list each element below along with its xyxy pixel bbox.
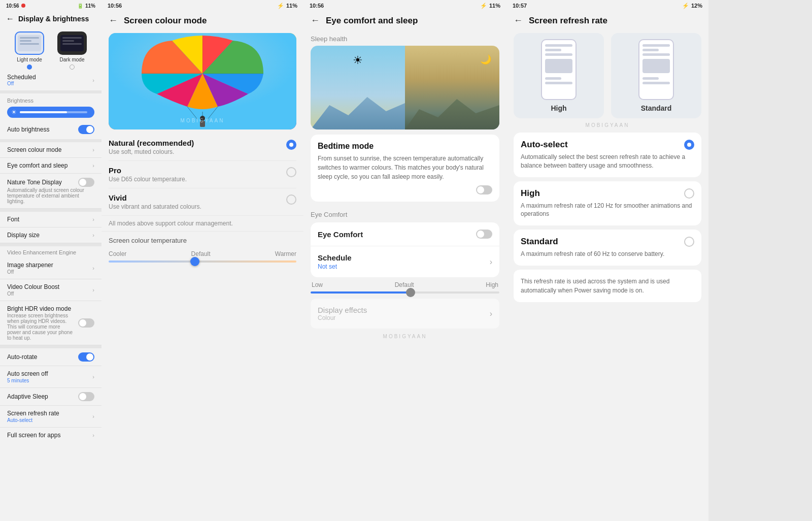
schedule-value: Not set [318, 263, 352, 270]
colour-temp-title: Screen colour temperature [109, 237, 296, 244]
temp-labels: Cooler Default Warmer [109, 250, 296, 257]
menu-screen-colour-mode[interactable]: Screen colour mode › [0, 142, 101, 158]
preview-standard: Standard [611, 33, 701, 118]
schedule-label: Schedule [318, 253, 352, 262]
menu-video-colour-boost[interactable]: Video Colour Boost Off › [0, 279, 101, 301]
auto-brightness-toggle[interactable] [78, 125, 94, 134]
auto-rotate-toggle[interactable] [78, 352, 94, 362]
auto-select-desc: Automatically select the best screen ref… [521, 153, 694, 170]
high-desc: A maximum refresh rate of 120 Hz for smo… [521, 202, 694, 219]
menu-auto-rotate[interactable]: Auto-rotate [0, 348, 101, 366]
vivid-radio[interactable] [286, 194, 296, 205]
menu-adaptive-sleep[interactable]: Adaptive Sleep [0, 388, 101, 406]
bedtime-toggle[interactable] [476, 185, 492, 194]
default-label: Default [191, 250, 211, 257]
p1-menu-list: Screen colour mode › Eye comfort and sle… [0, 142, 101, 521]
mountain-night [405, 89, 499, 129]
menu-screen-refresh-rate[interactable]: Screen refresh rate Auto-select › [0, 406, 101, 428]
srr-sub: Auto-select [7, 417, 59, 423]
hdr-toggle[interactable] [78, 318, 94, 328]
dark-mode-radio[interactable] [70, 64, 75, 70]
eye-comfort-toggle-row[interactable]: Eye Comfort [311, 222, 499, 246]
brightness-label: Brightness [7, 97, 94, 104]
menu-font[interactable]: Font › [0, 212, 101, 227]
display-effects-sub: Colour [318, 314, 367, 321]
p2-title: Screen colour mode [124, 16, 207, 26]
colour-temp-section: Screen colour temperature Cooler Default… [101, 232, 303, 270]
bedtime-card: Bedtime mode From sunset to sunrise, the… [311, 135, 499, 202]
natural-radio[interactable] [286, 140, 296, 150]
option-vivid[interactable]: Vivid Use vibrant and saturated colours. [109, 188, 296, 215]
menu-nature-tone[interactable]: Nature Tone Display Automatically adjust… [0, 174, 101, 209]
watermark-p2: MOBIGYAAN [181, 118, 225, 123]
scheduled-row[interactable]: Scheduled Off › [0, 72, 101, 90]
battery-icon-1: 🔋 [77, 3, 83, 9]
time-3: 10:56 [310, 3, 324, 9]
temp-slider-track[interactable] [109, 260, 296, 263]
adaptive-sleep-toggle[interactable] [78, 392, 94, 401]
status-dot-red [21, 4, 25, 8]
hdr-sub: Increase screen brightness when playing … [7, 313, 74, 341]
display-effects-row[interactable]: Display effects Colour › [311, 299, 499, 329]
menu-bright-hdr[interactable]: Bright HDR video mode Increase screen br… [0, 301, 101, 345]
light-mode-radio[interactable] [27, 64, 32, 70]
srr-label: Screen refresh rate [7, 410, 59, 417]
menu-display-size[interactable]: Display size › [0, 227, 101, 243]
pro-radio[interactable] [286, 167, 296, 177]
eye-comfort-card: Eye Comfort Schedule Not set › [311, 222, 499, 277]
eye-slider-thumb[interactable] [406, 288, 415, 297]
eye-slider-track[interactable] [311, 291, 499, 294]
preview-high: High [514, 33, 604, 118]
nature-tone-toggle[interactable] [78, 178, 94, 187]
option-high[interactable]: High A maximum refresh rate of 120 Hz fo… [514, 181, 701, 226]
time-4: 10:57 [513, 3, 527, 9]
option-natural[interactable]: Natural (recommended) Use soft, muted co… [109, 134, 296, 161]
display-effects-chevron: › [490, 309, 492, 318]
back-arrow-1[interactable]: ← [6, 14, 14, 23]
page-title-1: Display & brightness [18, 15, 89, 23]
back-arrow-4[interactable]: ← [514, 15, 523, 26]
scm-chevron: › [92, 147, 94, 153]
dark-mode-thumb[interactable] [57, 31, 87, 55]
option-auto-select[interactable]: Auto-select Automatically select the bes… [514, 133, 701, 177]
sun-icon: ☀ [11, 109, 17, 116]
status-bar-3: 10:56 ⚡ 11% [303, 0, 506, 11]
colour-mode-image: MOBIGYAAN [109, 33, 296, 129]
schedule-row[interactable]: Schedule Not set › [311, 246, 499, 277]
hdr-label: Bright HDR video mode [7, 305, 74, 312]
back-arrow-2[interactable]: ← [109, 15, 118, 26]
auto-select-radio[interactable] [684, 140, 694, 150]
menu-image-sharpener[interactable]: Image sharpener Off › [0, 257, 101, 279]
scm-label: Screen colour mode [7, 146, 61, 153]
menu-eye-comfort[interactable]: Eye comfort and sleep › [0, 158, 101, 174]
dark-mode-item[interactable]: Dark mode [57, 31, 87, 70]
vee-section-label: Video Enhancement Engine [0, 246, 101, 257]
standard-radio[interactable] [684, 237, 694, 247]
eye-comfort-toggle[interactable] [476, 230, 492, 239]
brightness-slider[interactable]: ☀ [7, 107, 94, 118]
option-pro[interactable]: Pro Use D65 colour temperature. [109, 161, 296, 188]
high-radio[interactable] [684, 188, 694, 199]
eye-slider-section: Low Default High [303, 277, 506, 294]
p4-top-bar: ← Screen refresh rate [506, 11, 708, 29]
light-mode-item[interactable]: Light mode [15, 31, 44, 70]
temp-slider-thumb[interactable] [190, 257, 199, 266]
back-arrow-3[interactable]: ← [311, 15, 320, 26]
eye-section-label: Eye Comfort [311, 211, 499, 218]
menu-auto-screen-off[interactable]: Auto screen off 5 minutes › [0, 366, 101, 388]
option-standard[interactable]: Standard A maximum refresh rate of 60 Hz… [514, 230, 701, 266]
vivid-desc: Use vibrant and saturated colours. [109, 203, 201, 210]
p2-scroll: MOBIGYAAN Natural (recommended) Use soft… [101, 29, 303, 521]
high-name: High [521, 188, 540, 199]
light-mode-thumb[interactable] [15, 31, 44, 55]
cooler-label: Cooler [109, 250, 126, 257]
pro-desc: Use D65 colour temperature. [109, 176, 187, 183]
menu-full-screen[interactable]: Full screen for apps › [0, 428, 101, 443]
toggle-knob-auto [86, 126, 93, 133]
natural-desc: Use soft, muted colours. [109, 148, 194, 155]
font-label: Font [7, 216, 19, 223]
brightness-fill [20, 111, 67, 113]
parachute-svg [109, 33, 296, 129]
p2-top-bar: ← Screen colour mode [101, 11, 303, 29]
time-1: 10:56 [6, 3, 19, 9]
